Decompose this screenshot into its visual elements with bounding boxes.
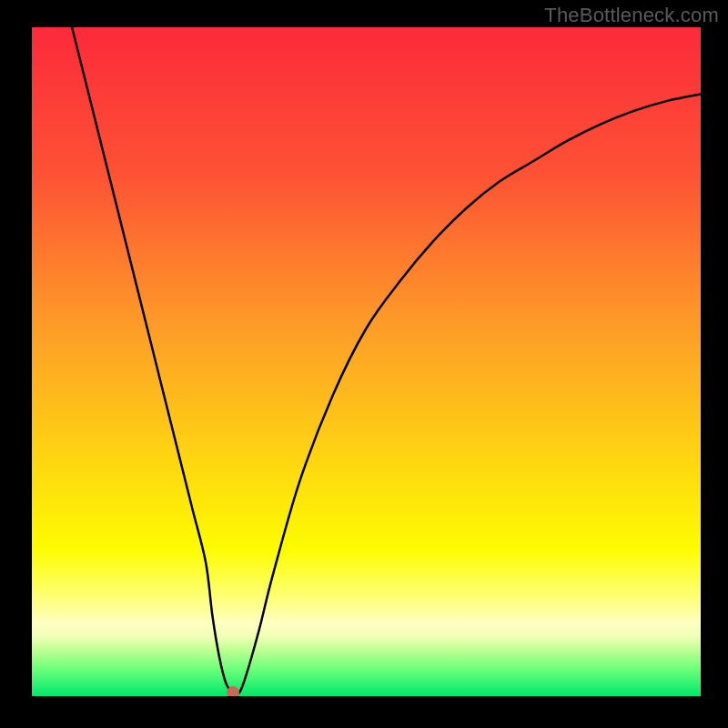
- minimum-marker: [227, 686, 239, 696]
- bottleneck-curve: [72, 27, 701, 694]
- watermark-text: TheBottleneck.com: [544, 4, 719, 27]
- plot-area: [32, 27, 701, 696]
- curve-layer: [32, 27, 701, 696]
